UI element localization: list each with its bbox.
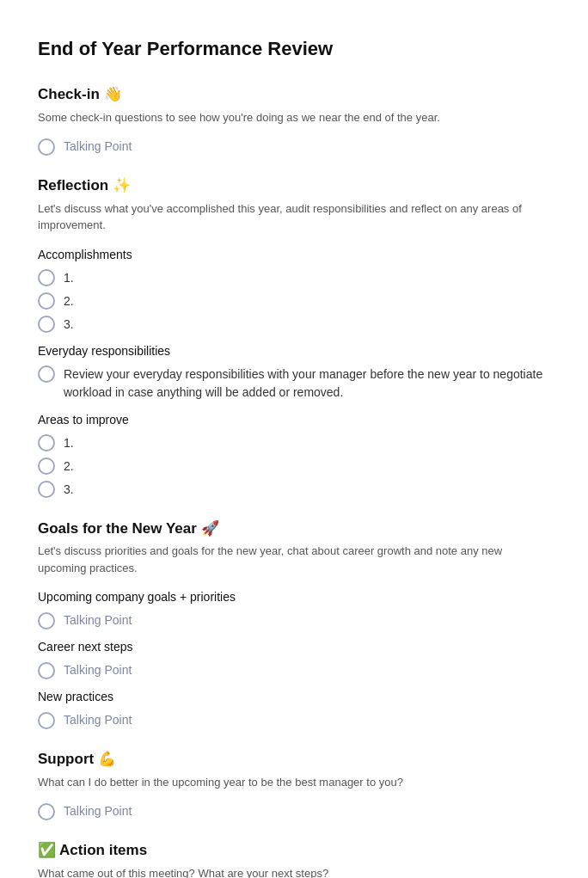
- everyday-responsibilities-row: Review your everyday responsibilities wi…: [38, 365, 550, 402]
- accomplishment-row-1: 1.: [38, 269, 550, 287]
- areas-radio-2[interactable]: [38, 457, 55, 475]
- section-action-items: ✅ Action items What came out of this mee…: [38, 839, 550, 878]
- new-practices-row: Talking Point: [38, 711, 550, 729]
- support-header: Support 💪: [38, 748, 550, 771]
- everyday-radio[interactable]: [38, 365, 55, 383]
- checkin-description: Some check-in questions to see how you'r…: [38, 109, 550, 126]
- accomplishment-radio-1[interactable]: [38, 269, 55, 286]
- checkin-talking-point-row: Talking Point: [38, 138, 550, 156]
- areas-item-1: 1.: [64, 434, 74, 452]
- accomplishment-radio-2[interactable]: [38, 292, 55, 310]
- career-next-steps-row: Talking Point: [38, 661, 550, 679]
- new-practices-talking-point: Talking Point: [64, 711, 132, 729]
- career-next-steps-radio[interactable]: [38, 662, 55, 679]
- accomplishment-item-2: 2.: [64, 292, 74, 310]
- goals-description: Let's discuss priorities and goals for t…: [38, 543, 550, 576]
- support-talking-point-label: Talking Point: [64, 802, 132, 820]
- page-title: End of Year Performance Review: [38, 34, 550, 63]
- new-practices-label: New practices: [38, 688, 550, 706]
- areas-radio-3[interactable]: [38, 481, 55, 498]
- accomplishment-radio-3[interactable]: [38, 316, 55, 333]
- support-radio[interactable]: [38, 803, 55, 820]
- action-items-header: ✅ Action items: [38, 839, 550, 862]
- section-support: Support 💪 What can I do better in the up…: [38, 748, 550, 820]
- areas-row-2: 2.: [38, 457, 550, 476]
- areas-row-1: 1.: [38, 434, 550, 452]
- areas-row-3: 3.: [38, 481, 550, 499]
- accomplishments-label: Accomplishments: [38, 246, 550, 264]
- areas-to-improve-label: Areas to improve: [38, 411, 550, 429]
- checkin-talking-point-label: Talking Point: [64, 138, 132, 156]
- support-description: What can I do better in the upcoming yea…: [38, 774, 550, 791]
- areas-item-2: 2.: [64, 457, 74, 476]
- section-checkin: Check-in 👋 Some check-in questions to se…: [38, 83, 550, 156]
- checkin-radio[interactable]: [38, 138, 55, 156]
- upcoming-goals-radio[interactable]: [38, 612, 55, 629]
- goals-header: Goals for the New Year 🚀: [38, 518, 550, 540]
- action-items-description: What came out of this meeting? What are …: [38, 865, 550, 878]
- reflection-description: Let's discuss what you've accomplished t…: [38, 200, 550, 234]
- accomplishment-item-3: 3.: [64, 316, 74, 334]
- accomplishment-item-1: 1.: [64, 269, 74, 287]
- checkin-header: Check-in 👋: [38, 83, 550, 106]
- areas-item-3: 3.: [64, 481, 74, 499]
- everyday-responsibilities-text: Review your everyday responsibilities wi…: [64, 365, 550, 402]
- career-next-steps-talking-point: Talking Point: [64, 661, 132, 679]
- section-goals: Goals for the New Year 🚀 Let's discuss p…: [38, 518, 550, 730]
- accomplishment-row-3: 3.: [38, 316, 550, 334]
- section-reflection: Reflection ✨ Let's discuss what you've a…: [38, 175, 550, 499]
- upcoming-goals-label: Upcoming company goals + priorities: [38, 588, 550, 606]
- upcoming-goals-row: Talking Point: [38, 611, 550, 629]
- reflection-header: Reflection ✨: [38, 175, 550, 197]
- upcoming-goals-talking-point: Talking Point: [64, 611, 132, 629]
- career-next-steps-label: Career next steps: [38, 638, 550, 656]
- everyday-responsibilities-label: Everyday responsibilities: [38, 342, 550, 360]
- areas-radio-1[interactable]: [38, 434, 55, 451]
- support-talking-point-row: Talking Point: [38, 802, 550, 820]
- accomplishment-row-2: 2.: [38, 292, 550, 310]
- new-practices-radio[interactable]: [38, 712, 55, 729]
